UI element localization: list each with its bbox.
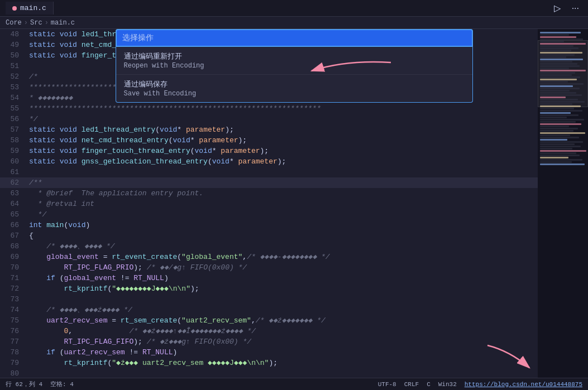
line-number: 53 (0, 82, 27, 93)
line-content (27, 294, 538, 305)
line-number: 80 (0, 368, 27, 378)
breadcrumb-file[interactable]: main.c (51, 19, 75, 27)
status-line-ending[interactable]: CRLF (404, 381, 419, 388)
line-number: 79 (0, 358, 27, 368)
line-content: /** (27, 177, 538, 188)
line-number: 61 (0, 167, 27, 177)
status-right: UTF-8 CRLF C Win32 https://blog.csdn.net… (378, 381, 582, 388)
status-link[interactable]: https://blog.csdn.net/u014448875 (465, 381, 582, 388)
line-content: static void led1_thread_entry(void* para… (27, 124, 538, 135)
breadcrumb-sep-2: › (45, 19, 49, 27)
line-number: 75 (0, 315, 27, 326)
line-number: 55 (0, 103, 27, 114)
table-row: 62/** (0, 177, 538, 188)
line-number: 57 (0, 124, 27, 135)
line-number: 74 (0, 305, 27, 315)
table-row: 75 uart2_recv_sem = rt_sem_create("uart2… (0, 315, 538, 326)
table-row: 63 * @brief The application entry point. (0, 188, 538, 199)
line-number: 70 (0, 262, 27, 273)
table-row: 67{ (0, 230, 538, 241)
table-row: 68 /* ◆◆◆◆、◆◆◆◆ */ (0, 241, 538, 252)
table-row: 71 if (global_event != RT_NULL) (0, 273, 538, 283)
table-row: 76 0, /* ◆◆ź◆◆◆◆↑◆◆Î◆◆◆◆◆◆◆ź◆◆◆◆ */ (0, 326, 538, 336)
line-number: 69 (0, 252, 27, 262)
line-number: 52 (0, 71, 27, 82)
table-row: 74 /* ◆◆◆◆、◆◆◆ź◆◆◆◆ */ (0, 305, 538, 315)
table-row: 57static void led1_thread_entry(void* pa… (0, 124, 538, 135)
line-content: uart2_recv_sem = rt_sem_create("uart2_re… (27, 315, 538, 326)
line-content: RT_IPC_FLAG_PRIO); /* ◆◆/◆g↑ FIFO(0x00) … (27, 262, 538, 273)
line-content: static void gnss_getlocation_thread_entr… (27, 156, 538, 167)
tab-filename: main.c (20, 4, 46, 12)
line-content: global_event = rt_event_create("global_e… (27, 252, 538, 262)
line-number: 65 (0, 209, 27, 220)
line-number: 56 (0, 114, 27, 124)
status-language[interactable]: C (427, 381, 431, 388)
line-number: 51 (0, 61, 27, 71)
breadcrumb-sep-1: › (24, 19, 28, 27)
line-content: rt_kprintf("◆ź◆◆◆ uart2_recv_sem ◆◆◆◆◆J◆… (27, 358, 538, 368)
status-encoding[interactable]: UTF-8 (378, 381, 396, 388)
line-content: int main(void) (27, 220, 538, 230)
command-palette-dropdown: 通过编码重新打开 Reopen with Encoding 通过编码保存 Sav… (116, 47, 473, 103)
table-row: 70 RT_IPC_FLAG_PRIO); /* ◆◆/◆g↑ FIFO(0x0… (0, 262, 538, 273)
title-actions: ▷ ··· (551, 2, 582, 15)
line-content: */ (27, 114, 538, 124)
table-row: 72 rt_kprintf("◆◆◆◆◆◆◆◆J◆◆◆\n\n"); (0, 283, 538, 294)
line-number: 60 (0, 156, 27, 167)
line-content: /* ◆◆◆◆、◆◆◆ź◆◆◆◆ */ (27, 305, 538, 315)
table-row: 58static void net_cmd_thread_entry(void*… (0, 135, 538, 146)
line-content: if (global_event != RT_NULL) (27, 273, 538, 283)
palette-item-save-zh: 通过编码保存 (124, 79, 465, 89)
line-number: 62 (0, 177, 27, 188)
editor-tab[interactable]: main.c (6, 2, 54, 15)
table-row: 69 global_event = rt_event_create("globa… (0, 252, 538, 262)
line-content: /* ◆◆◆◆、◆◆◆◆ */ (27, 241, 538, 252)
line-number: 66 (0, 220, 27, 230)
palette-item-reopen-zh: 通过编码重新打开 (124, 51, 465, 61)
status-bar: 行 62，列 4 空格: 4 UTF-8 CRLF C Win32 https:… (0, 378, 588, 390)
line-content: */ (27, 209, 538, 220)
more-button[interactable]: ··· (568, 2, 582, 15)
palette-item-reopen[interactable]: 通过编码重新打开 Reopen with Encoding (116, 47, 472, 74)
status-line-col[interactable]: 行 62，列 4 (6, 380, 42, 388)
line-content: if (uart2_recv_sem != RT_NULL) (27, 347, 538, 358)
command-palette-input[interactable] (122, 33, 466, 42)
line-number: 64 (0, 199, 27, 209)
line-content: 0, /* ◆◆ź◆◆◆◆↑◆◆Î◆◆◆◆◆◆◆ź◆◆◆◆ */ (27, 326, 538, 336)
status-platform[interactable]: Win32 (438, 381, 457, 388)
line-content: * @retval int (27, 199, 538, 209)
line-content: rt_kprintf("◆◆◆◆◆◆◆◆J◆◆◆\n\n"); (27, 283, 538, 294)
line-number: 71 (0, 273, 27, 283)
line-content (27, 368, 538, 378)
table-row: 60static void gnss_getlocation_thread_en… (0, 156, 538, 167)
line-number: 67 (0, 230, 27, 241)
line-content: ****************************************… (27, 103, 538, 114)
table-row: 65 */ (0, 209, 538, 220)
table-row: 66int main(void) (0, 220, 538, 230)
table-row: 73 (0, 294, 538, 305)
line-number: 68 (0, 241, 27, 252)
palette-item-save[interactable]: 通过编码保存 Save with Encoding (116, 75, 472, 102)
table-row: 78 if (uart2_recv_sem != RT_NULL) (0, 347, 538, 358)
line-number: 50 (0, 50, 27, 61)
palette-item-save-en: Save with Encoding (124, 90, 465, 98)
breadcrumb-core[interactable]: Core (6, 19, 22, 27)
status-spaces[interactable]: 空格: 4 (50, 380, 74, 388)
line-number: 54 (0, 93, 27, 103)
command-palette-input-wrap (116, 29, 473, 47)
run-button[interactable]: ▷ (551, 2, 564, 15)
title-bar: main.c ▷ ··· (0, 0, 588, 17)
command-palette: 通过编码重新打开 Reopen with Encoding 通过编码保存 Sav… (116, 29, 473, 103)
table-row: 79 rt_kprintf("◆ź◆◆◆ uart2_recv_sem ◆◆◆◆… (0, 358, 538, 368)
line-number: 72 (0, 283, 27, 294)
breadcrumb-src[interactable]: Src (30, 19, 42, 27)
minimap-content (538, 29, 588, 378)
minimap[interactable] (538, 29, 588, 378)
table-row: 80 (0, 368, 538, 378)
palette-item-reopen-en: Reopen with Encoding (124, 62, 465, 70)
line-number: 63 (0, 188, 27, 199)
line-number: 78 (0, 347, 27, 358)
table-row: 64 * @retval int (0, 199, 538, 209)
line-content: static void net_cmd_thread_entry(void* p… (27, 135, 538, 146)
